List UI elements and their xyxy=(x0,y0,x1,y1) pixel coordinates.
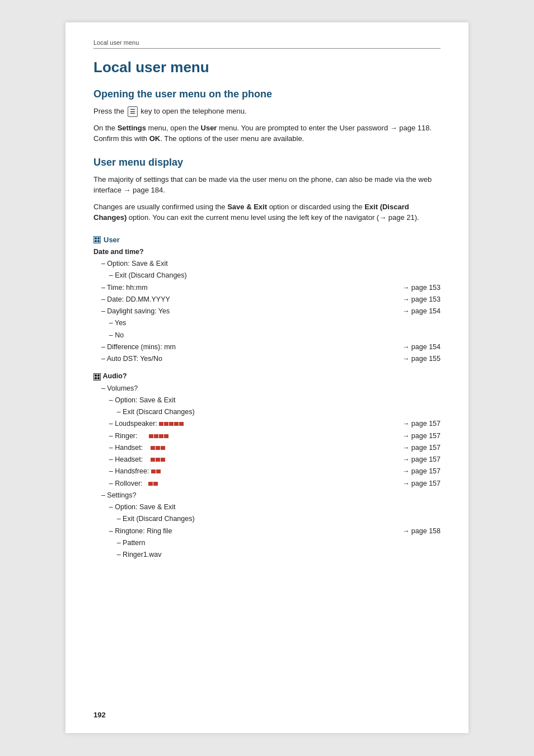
audio-grid-icon xyxy=(93,373,101,381)
user-section: User Date and time? – Option: Save & Exi… xyxy=(93,236,441,561)
exit-discard-row: – Exit (Discard Changes) xyxy=(93,270,441,281)
para-changes: Changes are usually confirmed using the … xyxy=(93,201,441,223)
headset-bar xyxy=(151,458,165,462)
ringer1wav-row: – Ringer1.wav xyxy=(93,549,441,561)
page-number: 192 xyxy=(93,711,106,719)
loudspeaker-row: – Loudspeaker: → page 157 xyxy=(93,418,441,430)
pattern-row: – Pattern xyxy=(93,537,441,549)
headset-row: – Headset: → page 157 xyxy=(93,454,441,466)
page-title: Local user menu xyxy=(93,59,441,76)
ringer-row: – Ringer: → page 157 xyxy=(93,430,441,442)
date-row: – Date: DD.MM.YYYY → page 153 xyxy=(93,294,441,306)
para-majority: The majority of settings that can be mad… xyxy=(93,174,441,196)
settings-option-save-row: – Option: Save & Exit xyxy=(93,501,441,513)
rollover-bar xyxy=(148,482,158,486)
option-save-exit-row: – Option: Save & Exit xyxy=(93,258,441,270)
date-time-section: Date and time? – Option: Save & Exit – E… xyxy=(93,246,441,365)
audio-heading-text: Audio? xyxy=(102,372,127,380)
page: Local user menu Local user menu Opening … xyxy=(65,22,469,733)
volumes-option-save-row: – Option: Save & Exit xyxy=(93,395,441,406)
time-row: – Time: hh:mm → page 153 xyxy=(93,282,441,294)
audio-section: Audio? – Volumes? – Option: Save & Exit … xyxy=(93,370,441,561)
subtitle-user-menu-display: User menu display xyxy=(93,157,441,168)
loudspeaker-bar xyxy=(159,422,184,426)
volumes-exit-discard-row: – Exit (Discard Changes) xyxy=(93,406,441,418)
user-heading: User xyxy=(93,236,441,244)
volumes-row: – Volumes? xyxy=(93,383,441,395)
ringer-bar xyxy=(149,434,168,438)
user-grid-icon xyxy=(93,236,101,243)
user-heading-text: User xyxy=(104,236,120,244)
daylight-saving-row: – Daylight saving: Yes → page 154 xyxy=(93,306,441,317)
section-label: Local user menu xyxy=(93,39,441,49)
yes-row: – Yes xyxy=(93,317,441,329)
difference-row: – Difference (mins): mm → page 154 xyxy=(93,341,441,353)
rollover-row: – Rollover: → page 157 xyxy=(93,478,441,490)
para-press-key: Press the ☰ key to open the telephone me… xyxy=(93,106,441,117)
settings-exit-discard-row: – Exit (Discard Changes) xyxy=(93,513,441,525)
auto-dst-row: – Auto DST: Yes/No → page 155 xyxy=(93,353,441,365)
settings-row: – Settings? xyxy=(93,490,441,501)
date-time-heading-row: Date and time? xyxy=(93,246,441,258)
subtitle-opening: Opening the user menu on the phone xyxy=(93,88,441,100)
para-settings-user: On the Settings menu, open the User menu… xyxy=(93,123,441,144)
menu-key-icon: ☰ xyxy=(128,106,138,117)
no-row: – No xyxy=(93,330,441,341)
audio-heading-row: Audio? xyxy=(93,370,441,382)
handsfree-bar xyxy=(151,469,161,473)
date-time-heading: Date and time? xyxy=(93,248,144,256)
ringtone-row: – Ringtone: Ring file → page 158 xyxy=(93,525,441,537)
handset-row: – Handset: → page 157 xyxy=(93,442,441,454)
handset-bar xyxy=(151,446,165,450)
handsfree-row: – Handsfree: → page 157 xyxy=(93,466,441,477)
